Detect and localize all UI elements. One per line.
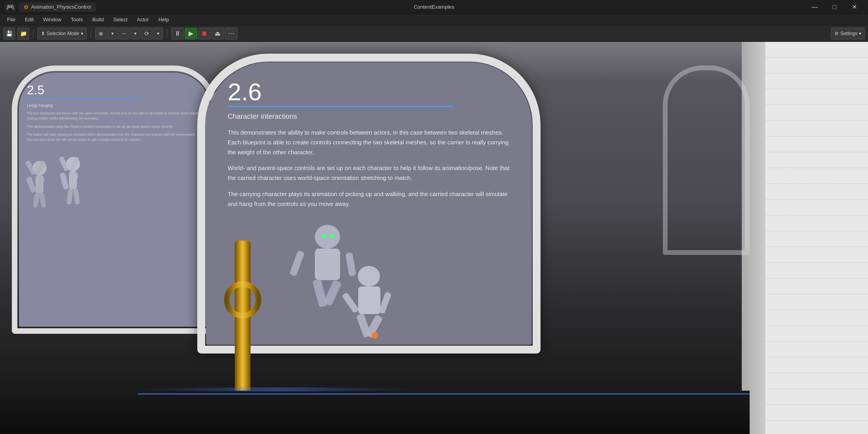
selection-mode-label: Selection Mode [47, 31, 79, 36]
svg-rect-23 [345, 252, 356, 277]
settings-dropdown-arrow: ▾ [859, 31, 861, 36]
svg-rect-5 [39, 192, 46, 208]
main-section-number: 2.6 [228, 80, 510, 104]
menu-help[interactable]: Help [154, 16, 173, 23]
main-paragraph1: This demonstrates the ability to make co… [228, 128, 510, 157]
left-panel-content: 2.5 Ledge hanging The two characters are… [19, 73, 210, 150]
left-panel-desc2: This demonstrates using the Physics Cont… [27, 124, 202, 129]
minimize-button[interactable]: — [806, 2, 824, 13]
svg-rect-25 [323, 279, 342, 306]
cursor-icon: ⬆ [41, 31, 45, 36]
right-wall [742, 42, 868, 434]
svg-point-18 [315, 225, 340, 249]
title-bar-left: 🎮 ⚙ Animation_PhysicsControl [5, 2, 96, 13]
left-section-number: 2.5 [27, 84, 202, 96]
stop-button[interactable]: ⏹ [198, 28, 211, 39]
menu-window[interactable]: Window [39, 16, 65, 23]
toolbar-divider-2 [91, 29, 91, 38]
scale-button[interactable]: ⟳ [141, 28, 153, 39]
floor [0, 391, 750, 434]
menu-build[interactable]: Build [88, 16, 108, 23]
selection-mode-button[interactable]: ⬆ Selection Mode ▾ [37, 28, 87, 39]
svg-rect-12 [66, 188, 73, 204]
main-robot-group [268, 197, 418, 395]
settings-area: ⚙ Settings ▾ [831, 28, 865, 39]
eject-button[interactable]: ⏏ [211, 28, 224, 39]
svg-point-26 [358, 266, 380, 286]
main-blue-line [228, 106, 454, 107]
main-paragraph2: World- and parent-space controls are set… [228, 163, 510, 183]
playback-options-button[interactable]: ⋯ [225, 28, 238, 39]
settings-button[interactable]: ⚙ Settings ▾ [831, 28, 865, 39]
svg-point-32 [372, 332, 378, 339]
right-arch-hint [663, 65, 750, 255]
rotate-dropdown-button[interactable]: ▾ [131, 28, 140, 39]
toolbar-divider-1 [33, 29, 34, 38]
transform-group: ⊕ ▾ ↔ ▾ ⟳ ▾ [95, 28, 163, 39]
title-bar: 🎮 ⚙ Animation_PhysicsControl ContentExam… [0, 0, 868, 14]
menu-bar: File Edit Window Tools Build Select Acto… [0, 14, 868, 25]
svg-rect-2 [26, 176, 37, 193]
toolbar-divider-3 [167, 29, 167, 38]
svg-rect-10 [60, 172, 69, 190]
left-robot-figures [16, 144, 95, 302]
left-panel-desc3: The button will start rotating an obstac… [27, 132, 202, 142]
save-button[interactable]: 💾 [3, 28, 15, 39]
svg-rect-4 [33, 192, 40, 208]
window-title: ContentExamples [414, 4, 455, 10]
play-button[interactable]: ▶ [185, 28, 197, 39]
transform-dropdown-button[interactable]: ▾ [108, 28, 117, 39]
playback-group: ⏸ ▶ ⏹ ⏏ ⋯ [171, 28, 238, 39]
svg-rect-13 [73, 188, 80, 204]
floor-glow [138, 387, 414, 391]
svg-rect-21 [315, 249, 340, 280]
svg-point-20 [330, 234, 335, 238]
menu-tools[interactable]: Tools [67, 16, 87, 23]
rotate-button[interactable]: ↔ [118, 28, 130, 39]
svg-rect-27 [358, 286, 380, 314]
scale-dropdown-button[interactable]: ▾ [153, 28, 163, 39]
left-panel-title: Ledge hanging [27, 103, 202, 108]
settings-icon: ⚙ [834, 31, 839, 36]
window-controls: — □ ✕ [806, 2, 863, 13]
maximize-button[interactable]: □ [825, 2, 844, 13]
tab-icon: ⚙ [24, 4, 29, 10]
svg-rect-22 [289, 250, 305, 277]
menu-edit[interactable]: Edit [21, 16, 37, 23]
translate-button[interactable]: ⊕ [95, 28, 107, 39]
floor-blue-edge [138, 393, 750, 395]
menu-file[interactable]: File [3, 16, 19, 23]
viewport[interactable]: 2.5 Ledge hanging The two characters are… [0, 42, 868, 434]
close-button[interactable]: ✕ [845, 2, 863, 13]
ue-logo: 🎮 [5, 2, 16, 13]
toolbar: 💾 📁 ⬆ Selection Mode ▾ ⊕ ▾ ↔ ▾ ⟳ ▾ ⏸ ▶ ⏹… [0, 25, 868, 42]
svg-point-19 [322, 234, 327, 238]
active-tab[interactable]: ⚙ Animation_PhysicsControl [19, 2, 96, 12]
menu-select[interactable]: Select [109, 16, 131, 23]
tab-label: Animation_PhysicsControl [31, 4, 91, 10]
settings-label: Settings [840, 31, 857, 36]
main-subtitle: Character interactions [228, 112, 510, 121]
menu-actor[interactable]: Actor [133, 16, 153, 23]
selection-mode-dropdown-arrow: ▾ [81, 31, 83, 36]
left-panel-desc1: The two characters are driven with the s… [27, 111, 202, 121]
pause-button[interactable]: ⏸ [171, 28, 184, 39]
svg-rect-28 [342, 292, 359, 313]
left-blue-line [27, 99, 141, 99]
content-browser-button[interactable]: 📁 [17, 28, 29, 39]
